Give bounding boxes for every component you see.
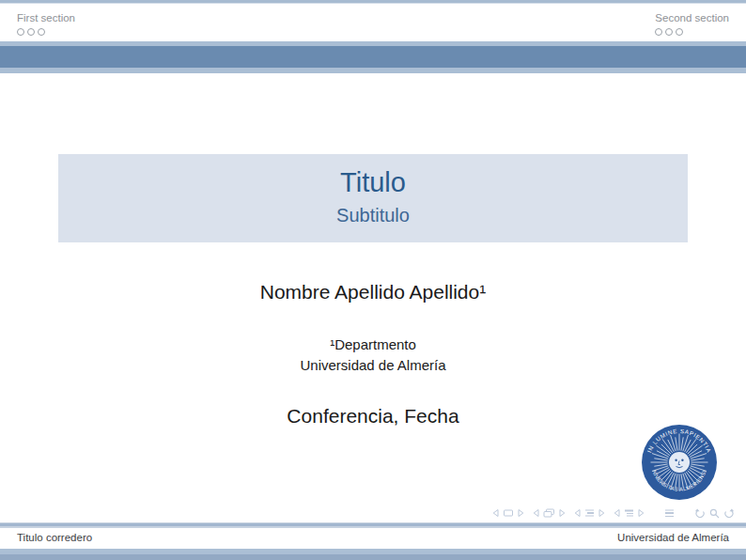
slide-dot-icon[interactable] [27,28,35,36]
title-box: Titulo Subtitulo [58,154,688,242]
beamer-title-slide: First section Second section Titulo Subt… [0,0,746,560]
footline: Titulo corredero Universidad de Almería [0,528,746,549]
section-icon[interactable] [624,508,634,518]
forward-icon[interactable] [723,508,735,519]
next-frame-icon[interactable] [559,508,566,518]
appendix-nav-group [664,508,675,519]
presentation-subtitle: Subtitulo [58,203,688,227]
prev-slide-icon[interactable] [492,508,499,518]
slide-progress-dots [17,28,75,36]
section-label[interactable]: Second section [655,11,729,24]
conference-date: Conferencia, Fecha [0,402,746,430]
universidad-almeria-seal-logo: IN LUMINE SAPIENTIA VNIVERSITAS ALMERIEN… [642,425,717,500]
slide-dot-icon[interactable] [38,28,45,36]
prev-subsection-icon[interactable] [574,508,581,518]
slide-dot-icon[interactable] [655,28,662,36]
appendix-icon[interactable] [664,508,675,519]
next-slide-icon[interactable] [518,508,524,518]
section-label[interactable]: First section [17,11,75,24]
slide-progress-dots [655,28,729,36]
section-link-second[interactable]: Second section [655,11,729,36]
presentation-title: Titulo [58,166,688,198]
history-nav-group [694,508,735,519]
subsection-icon[interactable] [584,508,595,518]
subsection-nav-group [574,508,605,518]
section-nav-group [614,508,645,518]
institute-department: ¹Departmento [0,334,746,355]
institute-block: ¹Departmento Universidad de Almería [0,334,746,376]
find-icon[interactable] [709,508,720,519]
slide-dot-icon[interactable] [665,28,673,36]
back-icon[interactable] [694,508,706,519]
beamer-navigation-bar [492,506,735,520]
author-name: Nombre Apellido Apellido¹ [0,278,746,306]
section-navigation-header: First section Second section [0,4,746,41]
institute-university: Universidad de Almería [0,355,746,376]
slide-nav-group [492,508,524,518]
frame-nav-group [533,508,566,519]
footer-institution: Universidad de Almería [617,532,729,543]
header-stripe-medium [0,46,746,68]
prev-frame-icon[interactable] [533,508,539,518]
slide-dot-icon[interactable] [676,28,683,36]
next-section-icon[interactable] [638,508,645,518]
header-stripe-light-bottom [0,68,746,73]
slide-dot-icon[interactable] [17,28,24,36]
section-link-first[interactable]: First section [17,11,75,36]
frame-icon[interactable] [543,508,555,519]
bottom-stripe-dark [0,554,746,560]
next-subsection-icon[interactable] [598,508,605,518]
footer-short-title: Titulo corredero [17,532,92,543]
prev-section-icon[interactable] [614,508,620,518]
slide-icon[interactable] [503,508,514,518]
